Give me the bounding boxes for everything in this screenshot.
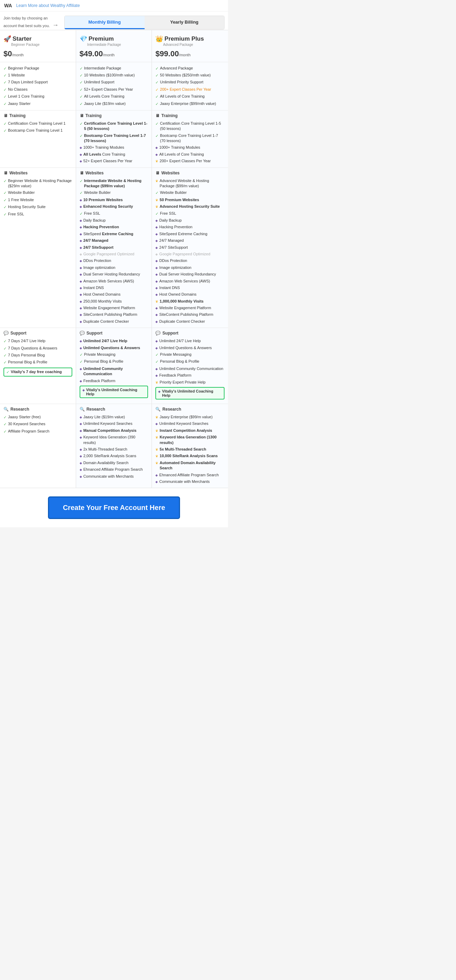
list-item: ◆DDos Protection	[155, 258, 225, 264]
premium-support: 💬 Support ◆Unlimited 24/7 Live Help ◆Unl…	[76, 328, 152, 404]
list-item: ◆Feedback Platform	[155, 372, 225, 379]
premium-basics: ✓Intermediate Package ✓10 Websites ($100…	[76, 62, 152, 110]
list-item: ✓Intermediate Website & Hosting Package …	[80, 178, 148, 190]
list-item: ♛5x Multi-Threaded Search	[155, 446, 225, 453]
list-item: ✓Certification Core Training Level 1	[3, 120, 72, 127]
cta-section: Create Your Free Account Here	[0, 488, 228, 527]
list-item: ✓Bootcamp Core Training Level 1-7 (70 le…	[155, 132, 225, 145]
list-item: ◆Host Owned Domains	[155, 291, 225, 298]
starter-price: $0/month	[3, 49, 72, 58]
list-item: ◆Unlimited Keyword Searches	[80, 420, 148, 427]
yearly-billing-tab[interactable]: Yearly Billing	[145, 16, 225, 29]
starter-websites-title: 🖥 Websites	[3, 170, 72, 175]
premplus-coaching-highlight: ◆ Vitaliy's Unlimited Coaching Help	[155, 387, 225, 399]
starter-support-title: 💬 Support	[3, 331, 72, 336]
list-item: ◆Daily Backup	[155, 217, 225, 224]
list-item: ◆Unlimited Community Communication	[155, 366, 225, 372]
premium-sub: Intermediate Package	[87, 43, 148, 46]
list-item: ✓7 Days 24/7 Live Help	[3, 338, 72, 345]
list-item: ◆Google Pagespeed Optimized	[155, 251, 225, 258]
list-item: ✓Beginner Website & Hosting Package ($29…	[3, 178, 72, 190]
create-account-button[interactable]: Create Your Free Account Here	[48, 496, 180, 519]
support-icon: 💬	[155, 331, 161, 336]
starter-icon: 🚀	[3, 35, 11, 43]
list-item: ✓Private Messaging	[80, 351, 148, 358]
list-item: ◆Enhanced Hosting Security	[80, 203, 148, 210]
list-item: ✓1 Free Website	[3, 197, 72, 204]
list-item: ◆Daily Backup	[80, 217, 148, 224]
premplus-icon: 👑	[155, 35, 163, 43]
starter-websites: 🖥 Websites ✓Beginner Website & Hosting P…	[0, 167, 76, 328]
premplus-price: $99.00/month	[155, 49, 225, 58]
list-item: ◆DDos Protection	[80, 258, 148, 264]
list-item: ◆Feedback Platform	[80, 378, 148, 384]
list-item: ◆10 Premium Websites	[80, 197, 148, 203]
list-item: ✓Intermediate Package	[80, 65, 148, 72]
list-item: ✓7 Days Limited Support	[3, 79, 72, 86]
list-item: ✓Certification Core Training Level 1-5 (…	[80, 120, 148, 132]
list-item: ◆Communicate with Merchants	[80, 473, 148, 480]
list-item: ◆SiteContent Publishing Platform	[80, 311, 148, 318]
list-item: ✓7 Days Questions & Answers	[3, 345, 72, 352]
list-item: ◆24/7 SiteSupport	[80, 244, 148, 251]
list-item: ◆Website Engagement Platform	[155, 305, 225, 311]
wa-logo: WA	[4, 3, 12, 8]
training-icon: 🖥	[155, 113, 159, 118]
list-item: ✓200+ Expert Classes Per Year	[155, 86, 225, 93]
starter-sub: Beginner Package	[11, 43, 72, 46]
list-item: ◆Unlimited Community Communication	[80, 366, 148, 378]
list-item: ✓Affiliate Program Search	[3, 428, 72, 435]
premium-coaching-highlight: ◆ Vitaliy's Unlimited Coaching Help	[80, 386, 148, 398]
monthly-billing-tab[interactable]: Monthly Billing	[65, 16, 145, 29]
list-item: ◆All Levels Core Training	[80, 151, 148, 158]
list-item: ◆Communicate with Merchants	[155, 478, 225, 485]
premium-icon: 💎	[80, 35, 87, 43]
list-item: ✓Free SSL	[80, 210, 148, 217]
list-item: ✓Bootcamp Core Training Level 1-7 (70 le…	[80, 132, 148, 145]
premium-support-title: 💬 Support	[80, 331, 148, 336]
list-item: ✓No Classes	[3, 86, 72, 93]
list-item: ◆250,000 Monthly Visits	[80, 298, 148, 305]
list-item: ✓Website Builder	[3, 189, 72, 196]
list-item: ✓Jaaxy Starter (free)	[3, 414, 72, 421]
list-item: ✓7 Days Personal Blog	[3, 352, 72, 359]
premplus-support-title: 💬 Support	[155, 331, 225, 336]
list-item: ✓Jaaxy Lite ($19/m value)	[80, 100, 148, 107]
training-icon: 🖥	[80, 113, 84, 118]
premplus-plan-header: 👑 Premium Plus Advanced Package $99.00/m…	[152, 30, 228, 62]
starter-training: 🖥 Training ✓Certification Core Training …	[0, 110, 76, 167]
list-item: ◆52+ Expert Classes Per Year	[80, 158, 148, 164]
list-item: ◆Jaaxy Lite ($19/m value)	[80, 414, 148, 420]
list-item: ✓Jaaxy Starter	[3, 100, 72, 107]
list-item: ✓Personal Blog & Profile	[3, 359, 72, 366]
premplus-support: 💬 Support ◆Unlimited 24/7 Live Help ◆Unl…	[152, 328, 228, 404]
premplus-name: Premium Plus	[164, 35, 204, 42]
starter-support: 💬 Support ✓7 Days 24/7 Live Help ✓7 Days…	[0, 328, 76, 404]
premplus-websites-title: 🖥 Websites	[155, 170, 225, 175]
list-item: ✓All Levels Core Training	[80, 93, 148, 100]
list-item: ◆Duplicate Content Checker	[155, 318, 225, 325]
list-item: ◆Amazon Web Services (AWS)	[155, 278, 225, 285]
list-item: ◆SiteContent Publishing Platform	[155, 311, 225, 318]
premplus-websites: 🖥 Websites ♛Advanced Website & Hosting P…	[152, 167, 228, 328]
starter-plan-header: 🚀 Starter Beginner Package $0/month	[0, 30, 76, 62]
premium-price: $49.00/month	[80, 49, 148, 58]
premplus-basics: ✓Advanced Package ✓50 Websites ($250/mth…	[152, 62, 228, 110]
list-item: ◆All Levels of Core Training	[155, 151, 225, 158]
premium-name: Premium	[89, 35, 114, 42]
list-item: ♛Keyword Idea Generation (1300 results)	[155, 434, 225, 446]
list-item: ◆Image optimization	[155, 264, 225, 271]
list-item: ✓Hosting Security Suite	[3, 204, 72, 210]
premium-research-title: 🔍 Research	[80, 407, 148, 412]
list-item: ✓Private Messaging	[155, 351, 225, 358]
list-item: ✓All Levels of Core Training	[155, 93, 225, 100]
starter-basics: ✓Beginner Package ✓1 Website ✓7 Days Lim…	[0, 62, 76, 110]
list-item: ✓Advanced Package	[155, 65, 225, 72]
list-item: ◆Dual Server Hosting Redundancy	[155, 271, 225, 278]
list-item: ◆24/7 SiteSupport	[155, 244, 225, 251]
premium-websites: 🖥 Websites ✓Intermediate Website & Hosti…	[76, 167, 152, 328]
list-item: ✓Jaaxy Enterprise ($99/mth value)	[155, 100, 225, 107]
join-text: Join today by choosing an account that b…	[3, 16, 64, 30]
learn-more-link[interactable]: Learn More about Wealthy Affiliate	[16, 3, 80, 8]
list-item: ◆Manual Competition Analysis	[80, 427, 148, 434]
